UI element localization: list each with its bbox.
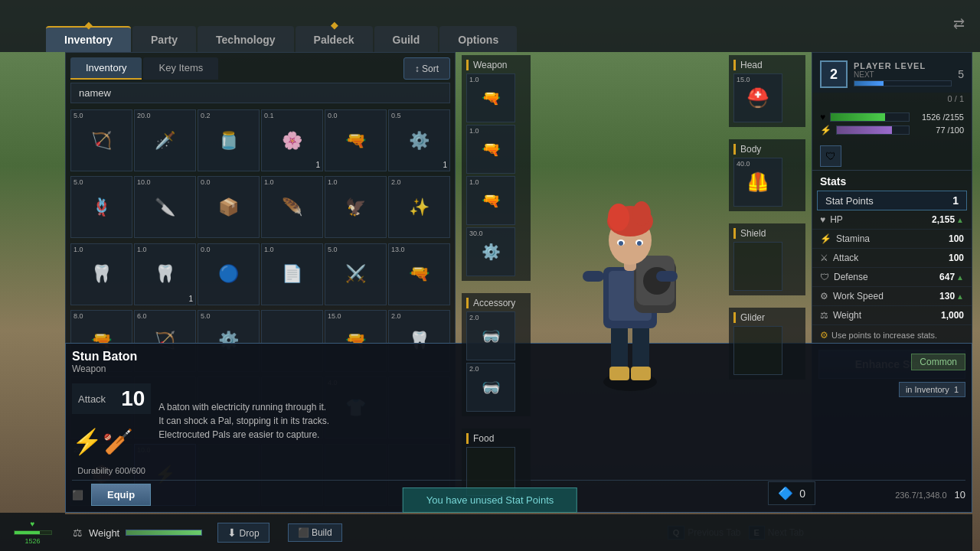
- cell-icon-15: 📄: [282, 264, 302, 284]
- inventory-cell-4[interactable]: 0.0🔫: [325, 109, 387, 171]
- accessory-slot-1[interactable]: 2.0 🥽: [466, 311, 515, 360]
- weight-bar: [126, 530, 202, 536]
- nav-tab-options[interactable]: Options: [439, 26, 517, 52]
- hint-icon: ⚙: [820, 330, 828, 341]
- nav-tab-inventory[interactable]: ◆ Inventory: [46, 26, 131, 52]
- hp-bar-mini: [14, 530, 52, 535]
- drop-button[interactable]: ⬇ Drop: [217, 523, 269, 543]
- inventory-cell-14[interactable]: 0.0🔵: [198, 243, 260, 305]
- stat-icon-5: ⚖: [820, 310, 828, 321]
- svg-rect-11: [656, 271, 678, 282]
- tab-inventory[interactable]: Inventory: [70, 57, 142, 80]
- stat-icon-0: ♥: [820, 214, 825, 225]
- inventory-cell-16[interactable]: 5.0⚔️: [325, 243, 387, 305]
- svg-rect-3: [609, 367, 629, 380]
- inventory-cell-2[interactable]: 0.2🫙: [198, 109, 260, 171]
- cell-icon-14: 🔵: [218, 264, 239, 284]
- character-svg: [569, 168, 691, 397]
- stat-icon-1: ⚡: [820, 233, 831, 244]
- level-badge: 2: [820, 60, 848, 88]
- accessory-label: Accessory: [466, 298, 526, 308]
- inventory-cell-0[interactable]: 5.0🏹: [70, 109, 132, 171]
- inventory-cell-8[interactable]: 0.0📦: [198, 176, 260, 238]
- stat-value-4: 130▲: [939, 291, 964, 302]
- stat-points-row: Stat Points 1: [817, 191, 967, 210]
- inventory-cell-7[interactable]: 10.0🔪: [134, 176, 196, 238]
- weapon-slot-1[interactable]: 1.0 🔫: [466, 73, 515, 122]
- weight-bar-fill: [126, 530, 201, 535]
- accessory-group: Accessory 2.0 🥽 2.0 🥽: [462, 293, 531, 416]
- stat-row-hp: ♥ HP 2,155▲: [812, 210, 972, 230]
- tooltip-stats: Attack 10: [72, 383, 151, 414]
- nav-tab-icon: ◆: [85, 20, 92, 31]
- level-next-label: NEXT: [854, 70, 952, 79]
- inventory-cell-5[interactable]: 0.5⚙️1: [388, 109, 450, 171]
- hp-bar-fill: [831, 113, 885, 121]
- shield-slot[interactable]: [733, 242, 782, 291]
- body-label: Body: [733, 144, 801, 155]
- cell-icon-9: 🪶: [282, 197, 302, 217]
- stat-points-value: 1: [952, 194, 959, 207]
- food-label: Food: [466, 433, 526, 444]
- stat-name-3: Defense: [834, 272, 939, 282]
- nav-arrows[interactable]: ⇄: [953, 15, 965, 32]
- tooltip-rarity-badge: Common: [911, 354, 965, 370]
- inventory-cell-3[interactable]: 0.1🌸1: [261, 109, 323, 171]
- inventory-cell-13[interactable]: 1.0🦷1: [134, 243, 196, 305]
- equip-button[interactable]: Equip: [91, 484, 151, 506]
- nav-tab-party[interactable]: Party: [132, 26, 196, 52]
- stat-icon-2: ⚔: [820, 253, 828, 263]
- inventory-cell-11[interactable]: 2.0✨: [388, 176, 450, 238]
- body-slot[interactable]: 40.0 🦺: [733, 158, 782, 207]
- cell-icon-5: ⚙️: [409, 131, 430, 151]
- cell-icon-12: 🦷: [91, 264, 112, 284]
- equip-count: 10: [955, 489, 965, 500]
- inventory-cell-17[interactable]: 13.0🔫: [388, 243, 450, 305]
- glider-slot[interactable]: [733, 326, 782, 375]
- xp-bar-fill: [854, 81, 884, 86]
- sort-button[interactable]: ↕ Sort: [403, 57, 450, 80]
- build-button[interactable]: ⬛ Build: [288, 523, 342, 542]
- inventory-cell-1[interactable]: 20.0🗡️: [134, 109, 196, 171]
- paldeck-icon: ◆: [331, 20, 338, 31]
- stat-value-0: 2,155▲: [932, 214, 964, 225]
- weight-section: ⚖ Weight: [73, 527, 202, 539]
- cell-icon-4: 🔫: [345, 131, 366, 151]
- accessory-slots: 2.0 🥽 2.0 🥽: [466, 311, 526, 412]
- attack-value: 10: [121, 386, 145, 411]
- hp-text-mini: 1526: [24, 537, 40, 545]
- weapon-slot-2[interactable]: 1.0 🔫: [466, 125, 515, 174]
- cell-icon-7: 🔪: [155, 197, 175, 217]
- bottom-left-status: ♥ 1526: [0, 513, 65, 551]
- accessory-slot-2[interactable]: 2.0 🥽: [466, 363, 515, 412]
- inventory-cell-9[interactable]: 1.0🪶: [261, 176, 323, 238]
- glider-label: Glider: [733, 312, 801, 323]
- inventory-cell-6[interactable]: 5.0🪢: [70, 176, 132, 238]
- svg-point-16: [632, 201, 651, 226]
- nav-tab-technology[interactable]: Technology: [198, 26, 294, 52]
- weapon-slot-4[interactable]: 30.0 ⚙️: [466, 227, 515, 276]
- cell-icon-11: ✨: [409, 197, 430, 217]
- weapon-slot-3[interactable]: 1.0 🔫: [466, 176, 515, 225]
- right-equip-column: Head 15.0 ⛑️ Body 40.0 🦺 Shield: [729, 55, 805, 510]
- stat-row-defense: 🛡 Defense 647▲: [812, 268, 972, 287]
- cell-icon-1: 🗡️: [155, 131, 175, 151]
- shield-icon-button[interactable]: 🛡: [820, 145, 841, 167]
- tab-key-items[interactable]: Key Items: [143, 57, 218, 80]
- tooltip-item-type: Weapon: [72, 364, 137, 374]
- inventory-cell-12[interactable]: 1.0🦷: [70, 243, 132, 305]
- weapon-group: Weapon 1.0 🔫 1.0 🔫 1.0 🔫: [462, 55, 531, 281]
- inventory-cell-15[interactable]: 1.0📄: [261, 243, 323, 305]
- hp-bar: [830, 112, 910, 122]
- character-section: Weapon 1.0 🔫 1.0 🔫 1.0 🔫: [462, 52, 805, 513]
- mp-value: 77 /100: [914, 126, 964, 135]
- inventory-cell-10[interactable]: 1.0🦅: [325, 176, 387, 238]
- nav-tab-paldeck[interactable]: ◆ Paldeck: [296, 26, 373, 52]
- character-area: Weapon 1.0 🔫 1.0 🔫 1.0 🔫: [462, 52, 805, 513]
- tooltip-item-name: Stun Baton: [72, 350, 137, 364]
- notification-bar: You have unused Stat Points: [403, 487, 577, 513]
- stat-row-attack: ⚔ Attack 100: [812, 249, 972, 268]
- nav-tab-guild[interactable]: Guild: [374, 26, 439, 52]
- shield-group: Shield: [729, 223, 805, 295]
- head-slot[interactable]: 15.0 ⛑️: [733, 73, 782, 122]
